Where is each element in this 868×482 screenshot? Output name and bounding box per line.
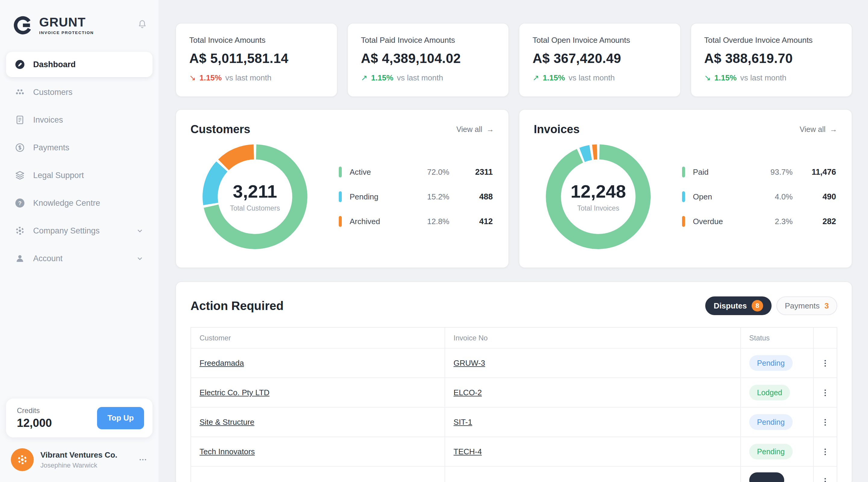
disputes-count-badge: 8	[752, 300, 763, 312]
invoice-link[interactable]: SIT-1	[454, 418, 472, 426]
stat-delta: ↘ 1.15% vs last month	[704, 73, 839, 83]
stat-cards: Total Invoice Amounts A$ 5,011,581.14 ↘ …	[176, 23, 852, 97]
trend-arrow-icon: ↗	[532, 73, 539, 83]
notification-bell-icon[interactable]	[137, 19, 148, 30]
brand-tagline: INVOICE PROTECTION	[39, 30, 94, 35]
legend-count: 282	[798, 217, 836, 226]
kebab-menu-icon[interactable]	[820, 358, 830, 368]
tab-payments[interactable]: Payments 3	[776, 296, 837, 315]
stat-amount: A$ 388,619.70	[704, 51, 839, 66]
delta-suffix: vs last month	[225, 73, 272, 83]
invoice-link[interactable]: TECH-4	[454, 447, 482, 456]
legend-color-bar	[682, 167, 685, 178]
sidebar-item-account[interactable]: Account	[6, 246, 153, 271]
user-menu-icon[interactable]	[138, 455, 148, 464]
stat-card-total-invoices: Total Invoice Amounts A$ 5,011,581.14 ↘ …	[176, 23, 338, 97]
customers-icon	[14, 87, 25, 98]
sidebar-item-knowledge-centre[interactable]: ? Knowledge Centre	[6, 190, 153, 216]
customer-link[interactable]: Tech Innovators	[199, 447, 255, 456]
action-tabs: Disputes 8 Payments 3	[705, 296, 837, 315]
kebab-menu-icon[interactable]	[820, 418, 830, 427]
sidebar-item-payments[interactable]: Payments	[6, 135, 153, 160]
sidebar-item-invoices[interactable]: Invoices	[6, 107, 153, 133]
kebab-menu-icon[interactable]	[820, 447, 830, 457]
column-header-status: Status	[741, 328, 813, 348]
view-all-customers-link[interactable]: View all →	[456, 125, 494, 134]
stat-title: Total Paid Invoice Amounts	[361, 36, 495, 45]
sidebar-item-company-settings[interactable]: Company Settings	[6, 218, 153, 244]
trend-arrow-icon: ↘	[189, 73, 196, 83]
top-up-button[interactable]: Top Up	[97, 407, 144, 429]
legend-label: Open	[693, 192, 753, 201]
legend-color-bar	[339, 191, 342, 202]
delta-suffix: vs last month	[569, 73, 615, 83]
dashboard-icon	[14, 59, 25, 70]
sidebar-header: GRUNT INVOICE PROTECTION	[6, 12, 153, 52]
view-all-invoices-link[interactable]: View all →	[800, 125, 837, 134]
trend-arrow-icon: ↗	[361, 73, 368, 83]
legend-color-bar	[682, 216, 685, 227]
chevron-down-icon	[135, 254, 144, 263]
status-badge: Pending	[749, 355, 793, 371]
user-profile[interactable]: Vibrant Ventures Co. Josephine Warwick	[6, 438, 153, 474]
kebab-menu-icon[interactable]	[820, 477, 830, 482]
sidebar-item-label: Legal Support	[33, 171, 84, 180]
grunt-logo-icon	[12, 14, 34, 36]
customers-legend: Active 72.0% 2311 Pending 15.2% 488	[339, 167, 494, 227]
payments-icon	[14, 142, 25, 153]
action-table: Customer Invoice No Status Freedamada GR…	[190, 327, 837, 482]
stat-title: Total Open Invoice Amounts	[532, 36, 667, 45]
delta-percent: 1.15%	[543, 73, 565, 83]
legend-color-bar	[339, 216, 342, 227]
sidebar-item-label: Invoices	[33, 116, 63, 125]
sidebar-item-legal-support[interactable]: Legal Support	[6, 163, 153, 188]
invoice-link[interactable]: ELCO-2	[454, 388, 482, 397]
legend-percent: 12.8%	[414, 217, 450, 226]
company-settings-icon	[14, 225, 25, 236]
sidebar-item-label: Customers	[33, 88, 73, 97]
tab-disputes[interactable]: Disputes 8	[705, 296, 772, 315]
legend-item: Pending 15.2% 488	[339, 191, 493, 202]
customer-link[interactable]: Site & Structure	[199, 418, 254, 426]
sidebar-nav: Dashboard Customers Invoices Payments	[6, 52, 153, 271]
invoice-link[interactable]: GRUW-3	[454, 358, 485, 367]
customer-link[interactable]: Freedamada	[199, 358, 244, 367]
sidebar-item-dashboard[interactable]: Dashboard	[6, 52, 153, 77]
legal-support-icon	[14, 170, 25, 181]
table-header-row: Customer Invoice No Status	[191, 328, 837, 348]
brand-name: GRUNT	[39, 16, 94, 29]
legend-label: Pending	[350, 192, 410, 201]
stat-delta: ↘ 1.15% vs last month	[189, 73, 324, 83]
svg-text:?: ?	[19, 200, 22, 206]
legend-count: 412	[454, 217, 493, 226]
stat-delta: ↗ 1.15% vs last month	[361, 73, 495, 83]
sidebar-item-label: Dashboard	[33, 60, 76, 69]
delta-suffix: vs last month	[740, 73, 786, 83]
table-row: Site & Structure SIT-1 Pending	[191, 407, 837, 437]
invoices-icon	[14, 115, 25, 125]
kebab-menu-icon[interactable]	[820, 388, 830, 398]
customers-donut-chart: 3,211 Total Customers	[199, 141, 311, 253]
legend-count: 2311	[454, 167, 493, 177]
legend-color-bar	[682, 191, 685, 202]
status-badge: Pending	[749, 444, 793, 459]
table-row: Tech Innovators TECH-4 Pending	[191, 437, 837, 466]
brand-logo: GRUNT INVOICE PROTECTION	[12, 14, 94, 36]
delta-percent: 1.15%	[714, 73, 737, 83]
table-row: Electric Co. Pty LTD ELCO-2 Lodged	[191, 378, 837, 407]
total-customers-label: Total Customers	[230, 204, 280, 213]
legend-item: Overdue 2.3% 282	[682, 216, 836, 227]
card-title: Customers	[190, 123, 250, 136]
column-header-actions	[813, 328, 837, 348]
chart-cards: Customers View all → 3,211 Total Custome…	[176, 109, 852, 268]
sidebar-item-customers[interactable]: Customers	[6, 79, 153, 105]
credits-card: Credits 12,000 Top Up	[6, 398, 153, 438]
chart-body: 3,211 Total Customers Active 72.0% 2311	[190, 141, 494, 253]
view-all-label: View all	[456, 125, 482, 134]
invoices-legend: Paid 93.7% 11,476 Open 4.0% 490 Ov	[682, 167, 837, 227]
stat-amount: A$ 367,420.49	[532, 51, 667, 66]
legend-label: Overdue	[693, 217, 753, 226]
customer-link[interactable]: Electric Co. Pty LTD	[199, 388, 270, 397]
invoices-card: Invoices View all → 12,248 Total Invoice…	[519, 109, 852, 268]
column-header-customer: Customer	[191, 328, 445, 348]
